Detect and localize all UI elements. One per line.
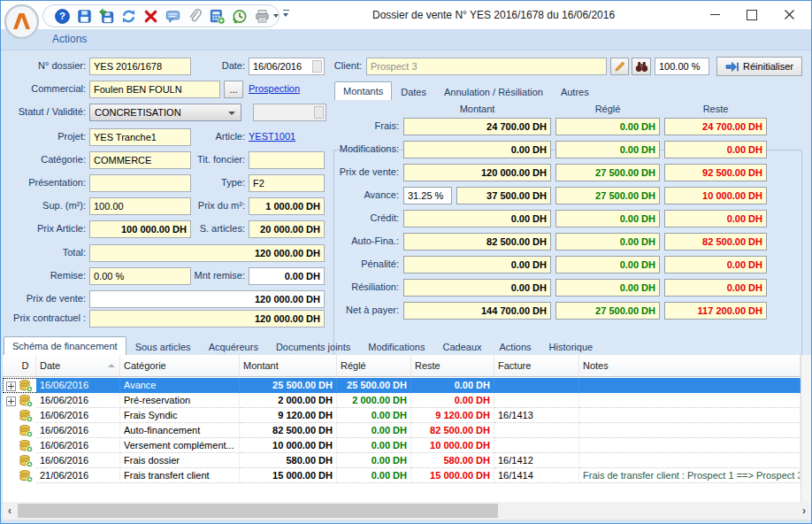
cell-notes[interactable] (579, 393, 801, 408)
penalite-regle-field[interactable]: 0.00 DH (555, 256, 660, 274)
cell-regle[interactable]: 0.00 DH (337, 453, 411, 468)
prix-m2-field[interactable]: 1 000.00 DH (249, 197, 325, 215)
avance-reste-field[interactable]: 10 000.00 DH (664, 187, 767, 204)
tab-cadeaux[interactable]: Cadeaux (433, 338, 490, 355)
cell-regle[interactable]: 0.00 DH (337, 423, 411, 438)
cell-facture[interactable] (494, 423, 579, 438)
credit-montant-field[interactable]: 0.00 DH (403, 210, 551, 227)
maximize-button[interactable] (733, 1, 770, 28)
cell-reste[interactable]: 580.00 DH (411, 453, 494, 468)
tab-annulation-resiliation[interactable]: Annulation / Résiliation (435, 83, 552, 100)
mnt-remise-field[interactable]: 0.00 DH (249, 267, 325, 285)
scroll-right-icon[interactable]: › (797, 502, 811, 520)
cell-date[interactable]: 16/06/2016 (36, 378, 120, 393)
cell-reste[interactable]: 82 500.00 DH (411, 423, 494, 438)
net-a-payer-reste-field[interactable]: 117 200.00 DH (664, 302, 767, 320)
tab-documents-joints[interactable]: Documents joints (267, 338, 359, 355)
cell-categorie[interactable]: Avance (120, 378, 240, 393)
history-icon[interactable] (229, 6, 249, 26)
cell-reste[interactable]: 0.00 DH (411, 378, 494, 393)
cell-date[interactable]: 16/06/2016 (36, 393, 120, 408)
cell-categorie[interactable]: Pré-reservation (120, 393, 240, 408)
penalite-reste-field[interactable]: 0.00 DH (664, 256, 767, 274)
auto-fina-regle-field[interactable]: 0.00 DH (555, 233, 660, 250)
comment-icon[interactable] (163, 6, 182, 26)
cell-facture[interactable]: 16/1412 (494, 453, 579, 468)
presentation-field[interactable] (89, 174, 191, 192)
tab-historique[interactable]: Historique (540, 338, 602, 355)
modifications-regle-field[interactable]: 0.00 DH (555, 141, 660, 158)
avance-regle-field[interactable]: 27 500.00 DH (555, 187, 660, 204)
save-icon[interactable] (74, 6, 94, 26)
cell-montant[interactable]: 580.00 DH (240, 453, 337, 468)
tab-autres[interactable]: Autres (552, 83, 598, 100)
cell-regle[interactable]: 0.00 DH (337, 438, 411, 453)
cell-regle[interactable]: 0.00 DH (337, 468, 411, 483)
credit-reste-field[interactable]: 0.00 DH (664, 210, 767, 227)
header-categorie[interactable]: Catégorie (120, 355, 240, 376)
cell-reste[interactable]: 0.00 DH (411, 393, 494, 408)
header-reste[interactable]: Reste (411, 355, 494, 376)
binoculars-search-icon[interactable] (632, 58, 651, 75)
tit-foncier-field[interactable] (249, 151, 325, 169)
categorie-field[interactable]: COMMERCE (89, 151, 191, 169)
resiliation-regle-field[interactable]: 0.00 DH (555, 279, 660, 297)
frais-montant-field[interactable]: 24 700.00 DH (403, 118, 551, 135)
help-icon[interactable]: ? (52, 6, 72, 26)
auto-fina-montant-field[interactable]: 82 500.00 DH (403, 233, 551, 250)
prix-vente-regle-field[interactable]: 27 500.00 DH (555, 164, 660, 181)
cell-facture[interactable]: 16/1414 (494, 468, 579, 483)
cell-facture[interactable] (494, 438, 579, 453)
net-a-payer-montant-field[interactable]: 144 700.00 DH (403, 302, 551, 320)
avance-montant-field[interactable]: 37 500.00 DH (456, 187, 551, 204)
statut-combobox[interactable]: CONCRETISATION (89, 104, 241, 121)
header-montant[interactable]: Montant (240, 355, 337, 376)
penalite-montant-field[interactable]: 0.00 DH (403, 256, 551, 274)
prix-vente-reste-field[interactable]: 92 500.00 DH (664, 164, 767, 181)
commercial-field[interactable]: Foulen BEN FOULN (89, 81, 220, 98)
header-facture[interactable]: Facture (494, 355, 579, 376)
app-logo-icon[interactable] (4, 4, 40, 40)
refresh-icon[interactable] (119, 6, 138, 26)
cell-reste[interactable]: 9 120.00 DH (411, 408, 494, 423)
toolbar-overflow-icon[interactable] (282, 9, 291, 21)
attachment-icon[interactable] (185, 6, 204, 26)
cell-regle[interactable]: 2 000.00 DH (337, 393, 411, 408)
prix-contractuel-field[interactable]: 120 000.00 DH (89, 310, 325, 328)
cell-categorie[interactable]: Frais Syndic (120, 408, 240, 423)
cell-notes[interactable] (579, 408, 801, 423)
cell-date[interactable]: 16/06/2016 (36, 408, 120, 423)
prix-vente-field[interactable]: 120 000.00 DH (89, 290, 325, 308)
modifications-reste-field[interactable]: 0.00 DH (664, 141, 767, 158)
tab-actions[interactable]: Actions (491, 338, 540, 355)
table-row[interactable]: 16/06/2016 Versement complément... 10 00… (3, 438, 801, 453)
cell-regle[interactable]: 25 500.00 DH (337, 378, 411, 393)
cell-facture[interactable]: 16/1413 (494, 408, 579, 423)
cell-notes[interactable] (579, 378, 801, 393)
table-row[interactable]: 16/06/2016 Frais dossier 580.00 DH 0.00 … (3, 453, 801, 468)
row-expander[interactable] (6, 397, 16, 406)
print-dropdown-icon[interactable] (273, 14, 279, 18)
prix-article-field[interactable]: 100 000.00 DH (89, 220, 191, 238)
cell-categorie[interactable]: Versement complément... (120, 438, 240, 453)
tab-dates[interactable]: Dates (392, 83, 435, 100)
tab-modifications[interactable]: Modifications (359, 338, 433, 355)
date-picker-button[interactable] (312, 60, 322, 73)
tab-sous-articles[interactable]: Sous articles (126, 338, 200, 355)
scroll-left-icon[interactable]: ‹ (3, 502, 17, 520)
prix-vente-montant-field[interactable]: 120 000.00 DH (403, 164, 551, 181)
cell-regle[interactable]: 0.00 DH (337, 408, 411, 423)
minimize-button[interactable] (696, 1, 733, 28)
tab-schema-de-financement[interactable]: Schéma de financement (4, 336, 126, 355)
n-dossier-field[interactable]: YES 2016/1678 (89, 58, 191, 75)
date-field[interactable]: 16/06/2016 (249, 58, 325, 75)
menu-actions[interactable]: Actions (52, 33, 87, 45)
close-button[interactable] (770, 1, 808, 28)
table-row[interactable]: 16/06/2016 Frais Syndic 9 120.00 DH 0.00… (3, 408, 801, 423)
client-field[interactable]: Prospect 3 (366, 58, 607, 75)
cell-montant[interactable]: 2 000.00 DH (240, 393, 337, 408)
table-row[interactable]: 16/06/2016 Avance 25 500.00 DH 25 500.00… (3, 378, 801, 393)
modifications-montant-field[interactable]: 0.00 DH (403, 141, 551, 158)
save-import-icon[interactable] (96, 6, 116, 26)
row-expander[interactable] (6, 381, 16, 391)
